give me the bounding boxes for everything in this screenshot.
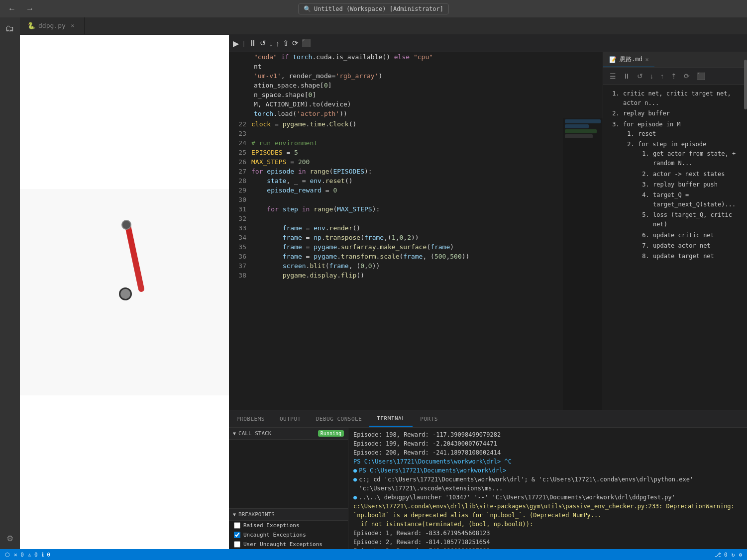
- status-warn-count[interactable]: ⚠ 0: [28, 552, 38, 558]
- raised-exceptions-label: Raised Exceptions: [243, 522, 300, 529]
- code-row-27: for episode in range(EPISODES):: [251, 167, 563, 176]
- notes-tab-active[interactable]: 📝 愚路.md ✕: [603, 52, 654, 67]
- terminal-prompt-1: PS C:\Users\17721\Documents\workwork\drl…: [353, 457, 742, 466]
- notes-toolbar-reload[interactable]: ↺: [635, 71, 645, 82]
- note-item-3-2-1: get actor from state, + random N...: [653, 149, 742, 168]
- breakpoints-header[interactable]: ▼ BREAKPOINTS: [229, 508, 348, 521]
- notes-tab-bar: 📝 愚路.md ✕: [603, 52, 747, 68]
- pendulum-pivot: [121, 220, 131, 230]
- breakpoint-user-uncaught: User Uncaught Exceptions: [229, 540, 348, 549]
- notes-tab-label: 愚路.md: [620, 55, 642, 64]
- note-item-3-2-4: target_Q = target_next_Q(state)...: [653, 190, 742, 209]
- tab-problems[interactable]: PROBLEMS: [229, 412, 272, 426]
- explorer-button[interactable]: 🗂: [1, 19, 19, 37]
- call-stack-status: Running: [318, 430, 344, 437]
- terminal-warning-1: c:\Users\17721\.conda\envs\drl\lib\site-…: [353, 502, 742, 520]
- restart-button[interactable]: ↺: [260, 39, 266, 48]
- status-git-branch[interactable]: ⎇ 0: [715, 552, 728, 558]
- terminal-warning-2: if not isinstance(terminated, (bool, np.…: [353, 520, 742, 529]
- notes-toolbar-pause[interactable]: ⏸: [621, 71, 633, 82]
- status-debug-icon: ⬡: [5, 552, 10, 558]
- status-extension[interactable]: ⚙: [739, 552, 742, 558]
- terminal-content[interactable]: Episode: 198, Reward: -117.3909849907928…: [348, 428, 747, 549]
- note-item-1: critic net, critic target net, actor n..…: [623, 89, 742, 108]
- debug-left-panel: ▼ CALL STACK Running ▼: [229, 428, 348, 549]
- tab-output[interactable]: OUTPUT: [272, 412, 309, 426]
- code-row-28: state, _ = env.reset(): [251, 176, 563, 186]
- tab-terminal[interactable]: TERMINAL: [369, 411, 413, 427]
- chevron-icon: ▼: [233, 431, 236, 436]
- status-error-count[interactable]: ✕ 0: [14, 552, 24, 558]
- hot-reload-button[interactable]: ⟳: [292, 39, 299, 48]
- back-button[interactable]: ←: [5, 3, 19, 14]
- code-line-partial: "cuda" if torch.cuda.is_available() else…: [254, 52, 433, 62]
- note-item-3-2: for step in episode get actor from state…: [638, 140, 742, 261]
- code-row-32: [251, 214, 563, 223]
- title-bar-title: Untitled (Workspace) [Administrator]: [314, 5, 443, 12]
- code-row-37: screen.blit(frame, (0,0)): [251, 261, 563, 271]
- step-out-button[interactable]: ⇧: [283, 39, 289, 48]
- line-num-anon: [231, 52, 249, 62]
- tab-close-ddpg[interactable]: ✕: [69, 22, 77, 30]
- step-over-button[interactable]: ↓: [269, 39, 273, 48]
- forward-button[interactable]: →: [23, 3, 37, 14]
- status-bar: ⬡ ✕ 0 ⚠ 0 ℹ 0 ⎇ 0 ↻ ⚙: [0, 549, 747, 560]
- note-item-3-2-2: actor -> next states: [653, 170, 742, 179]
- code-row-33: frame = env.render(): [251, 223, 563, 233]
- tab-ddpg[interactable]: 🐍 ddpg.py ✕: [20, 17, 85, 34]
- call-stack-content: [229, 440, 348, 508]
- terminal-line-ep1: Episode: 1, Reward: -833.6719545608123: [353, 529, 742, 538]
- continue-button[interactable]: ▶: [233, 39, 239, 48]
- code-row-34: frame = np.transpose(frame,(1,0,2)): [251, 233, 563, 242]
- tab-ports[interactable]: PORTS: [413, 412, 445, 426]
- terminal-line-3: Episode: 200, Reward: -241.1897810860241…: [353, 448, 742, 457]
- breakpoints-list: Raised Exceptions Uncaught Exceptions Us…: [229, 521, 348, 549]
- breakpoints-label: BREAKPOINTS: [238, 511, 275, 518]
- uncaught-exceptions-label: Uncaught Exceptions: [243, 532, 306, 538]
- notes-content: critic net, critic target net, actor n..…: [603, 85, 747, 410]
- raised-exceptions-checkbox[interactable]: [234, 522, 240, 529]
- code-row-31: for step in range(MAX_STEPS):: [251, 204, 563, 214]
- terminal-cmd-2: ● ..\..\ debugpy\launcher '10347' '--' '…: [353, 493, 742, 502]
- minimap: [563, 118, 603, 410]
- tab-debug-console[interactable]: DEBUG CONSOLE: [309, 412, 370, 426]
- notes-toolbar-sync[interactable]: ⇡: [668, 71, 679, 82]
- search-icon: 🔍: [304, 5, 311, 12]
- tab-label-ddpg: ddpg.py: [38, 22, 66, 29]
- status-info-count[interactable]: ℹ 0: [42, 552, 50, 558]
- pause-button[interactable]: ⏸: [249, 39, 257, 48]
- code-row-26: MAX_STEPS = 200: [251, 157, 563, 167]
- uncaught-exceptions-checkbox[interactable]: [234, 532, 240, 538]
- chevron-breakpoints-icon: ▼: [233, 512, 236, 517]
- call-stack-header[interactable]: ▼ CALL STACK Running: [229, 428, 348, 440]
- call-stack-label: CALL STACK: [238, 430, 271, 437]
- code-row-29: episode_reward = 0: [251, 186, 563, 195]
- simulation-panel: [20, 35, 229, 549]
- title-bar-nav: ← →: [5, 3, 37, 14]
- note-item-3-2-5: loss (target_Q, critic net): [653, 210, 742, 229]
- code-row-25: EPISODES = 5: [251, 148, 563, 157]
- line-numbers: 2223242526272829303132333435363738: [229, 118, 251, 410]
- debug-toolbar: ▶ | ⏸ ↺ ↓ ↑ ⇧ ⟳ ⬛: [229, 35, 747, 52]
- bottom-tab-bar: PROBLEMS OUTPUT DEBUG CONSOLE TERMINAL P…: [229, 410, 747, 428]
- pendulum-canvas: [20, 189, 229, 395]
- breakpoint-uncaught: Uncaught Exceptions: [229, 530, 348, 540]
- notes-toolbar-up[interactable]: ↑: [658, 71, 666, 82]
- notes-toolbar-stop[interactable]: ⬛: [694, 71, 708, 82]
- notes-toolbar-down[interactable]: ↓: [647, 71, 656, 82]
- notes-toolbar-restart[interactable]: ⟳: [681, 71, 692, 82]
- settings-button[interactable]: ⚙: [1, 529, 19, 547]
- title-bar-search[interactable]: 🔍 Untitled (Workspace) [Administrator]: [298, 3, 449, 14]
- code-row-36: frame = pygame.transform.scale(frame, (5…: [251, 252, 563, 261]
- status-sync[interactable]: ↻: [732, 552, 735, 558]
- stop-button[interactable]: ⬛: [302, 39, 311, 48]
- code-content: clock = pygame.time.Clock() # run enviro…: [251, 118, 563, 410]
- notes-icon: 📝: [609, 56, 617, 63]
- code-row-22: clock = pygame.time.Clock(): [251, 119, 563, 129]
- terminal-cmd-1: ● c:; cd 'c:\Users\17721\Documents\workw…: [353, 475, 742, 493]
- user-uncaught-exceptions-checkbox[interactable]: [234, 541, 240, 548]
- pendulum-bob: [119, 287, 132, 300]
- step-into-button[interactable]: ↑: [276, 39, 280, 48]
- notes-toolbar-list[interactable]: ☰: [607, 71, 619, 82]
- notes-tab-close[interactable]: ✕: [645, 56, 649, 63]
